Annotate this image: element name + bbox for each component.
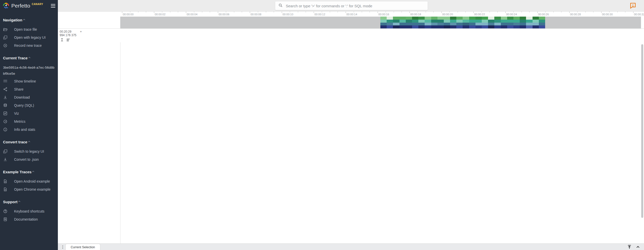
sidebar-item-query-sql[interactable]: Query (SQL) bbox=[0, 101, 58, 109]
sidebar-item-keyboard-shortcuts[interactable]: Keyboard shortcuts bbox=[0, 207, 58, 215]
sidebar-item-info-and-stats[interactable]: Info and stats bbox=[0, 126, 58, 134]
sidebar-section-support[interactable]: Support bbox=[0, 193, 58, 207]
overview-time-label: 00:00:24 bbox=[506, 13, 517, 16]
sidebar-section-convert-trace[interactable]: Convert trace bbox=[0, 134, 58, 147]
overview-minor-tick bbox=[625, 12, 625, 12]
heatmap-row bbox=[380, 25, 545, 28]
overview-time-label: 00:00:10 bbox=[283, 13, 293, 16]
overview-time-label: 00:00:28 bbox=[570, 13, 581, 16]
ruler-offset-nanos: 994 176 375 bbox=[60, 33, 76, 37]
overview-minor-tick bbox=[162, 12, 162, 12]
sidebar-item-record-new-trace[interactable]: Record new trace bbox=[0, 41, 58, 50]
overview-tick bbox=[537, 12, 538, 13]
overview-minor-tick bbox=[330, 12, 330, 12]
sidebar-item-label: Switch to legacy UI bbox=[14, 149, 44, 153]
overview-minor-tick bbox=[585, 12, 586, 12]
app-title: Perfetto bbox=[11, 3, 30, 9]
overview-time-ruler[interactable]: 00:00:0000:00:0200:00:0400:00:0600:00:08… bbox=[58, 12, 644, 17]
overview-minor-tick bbox=[242, 12, 242, 12]
overview-time-label: 00:00:08 bbox=[251, 13, 261, 16]
report-bug-icon[interactable] bbox=[629, 2, 636, 9]
sidebar-item-convert-to-json[interactable]: Convert to .json bbox=[0, 155, 58, 163]
overview-minor-tick bbox=[202, 12, 202, 12]
section-title: Current Trace bbox=[3, 56, 28, 60]
overview-tick bbox=[250, 12, 250, 13]
overview-minimap[interactable] bbox=[120, 17, 641, 28]
overview-tick bbox=[346, 12, 346, 13]
sidebar-item-open-trace-file[interactable]: Open trace file bbox=[0, 25, 58, 33]
sidebar-item-switch-to-legacy-ui[interactable]: Switch to legacy UI bbox=[0, 147, 58, 155]
overview-minor-tick bbox=[481, 12, 482, 12]
ruler-offset-plus: + bbox=[80, 30, 82, 33]
track-sort-icon[interactable] bbox=[66, 38, 70, 43]
sidebar-item-viz[interactable]: Viz bbox=[0, 109, 58, 117]
sidebar-item-label: Convert to .json bbox=[14, 157, 39, 161]
overview-time-label: 00:00:20 bbox=[442, 13, 453, 16]
sidebar-item-label: Download bbox=[14, 95, 30, 99]
ruler-offset-panel: 00:20:29 + 994 176 375 bbox=[58, 29, 120, 43]
overview-minor-tick bbox=[298, 12, 298, 12]
overview-minor-tick bbox=[418, 12, 418, 12]
track-data-canvas[interactable] bbox=[120, 42, 641, 243]
heatmap-row bbox=[380, 20, 545, 23]
overview-heatmap bbox=[380, 17, 545, 28]
database-icon bbox=[3, 103, 11, 108]
record-icon bbox=[3, 43, 11, 48]
sidebar-item-open-android-example[interactable]: Open Android example bbox=[0, 177, 58, 185]
speedometer-icon bbox=[3, 119, 11, 124]
track-shell-divider bbox=[120, 28, 120, 243]
sidebar-item-open-chrome-example[interactable]: Open Chrome example bbox=[0, 185, 58, 193]
sidebar-item-label: Query (SQL) bbox=[14, 103, 34, 107]
chevron-up-icon[interactable] bbox=[635, 244, 640, 250]
overview-minor-tick bbox=[274, 12, 274, 12]
legacy-ui-icon bbox=[3, 149, 11, 154]
overview-tick bbox=[314, 12, 314, 13]
overview-time-label: 00:00:02 bbox=[155, 13, 166, 16]
overview-tick bbox=[410, 12, 410, 13]
overview-minor-tick bbox=[561, 12, 561, 12]
overview-tick bbox=[186, 12, 186, 13]
sidebar-item-label: Open Android example bbox=[14, 179, 50, 183]
overview-minor-tick bbox=[234, 12, 234, 12]
search-box[interactable] bbox=[275, 2, 428, 10]
search-input[interactable] bbox=[285, 4, 425, 8]
sidebar-item-label: Show timeline bbox=[14, 79, 36, 83]
sidebar-item-show-timeline[interactable]: Show timeline bbox=[0, 77, 58, 85]
sidebar-item-download[interactable]: Download bbox=[0, 93, 58, 101]
help-icon bbox=[3, 209, 11, 214]
main-area: 00:00:0000:00:0200:00:0400:00:0600:00:08… bbox=[58, 0, 644, 250]
overview-time-label: 00:00:12 bbox=[314, 13, 325, 16]
sidebar-item-open-with-legacy-ui[interactable]: Open with legacy UI bbox=[0, 33, 58, 41]
sidebar-section-navigation[interactable]: Navigation bbox=[0, 12, 58, 25]
menu-icon[interactable] bbox=[51, 3, 55, 9]
overview-minor-tick bbox=[513, 12, 514, 12]
overview-minor-tick bbox=[465, 12, 466, 12]
overview-time-label: 00:00:18 bbox=[410, 13, 421, 16]
sidebar-item-documentation[interactable]: Documentation bbox=[0, 215, 58, 223]
ruler-offset-time: 00:20:29 bbox=[60, 30, 71, 33]
sidebar-section-example-traces[interactable]: Example Traces bbox=[0, 163, 58, 177]
overview-tick bbox=[378, 12, 378, 13]
overview-minor-tick bbox=[338, 12, 338, 12]
legacy-ui-icon bbox=[3, 35, 11, 40]
overview-minor-tick bbox=[386, 12, 386, 12]
perfetto-app: Perfetto CANARY NavigationOpen trace fil… bbox=[0, 0, 644, 250]
overview-time-label: 00:00:32 bbox=[634, 13, 644, 16]
overview-tick bbox=[154, 12, 154, 13]
overview-tick bbox=[282, 12, 282, 13]
section-title: Support bbox=[3, 200, 18, 204]
sidebar-section-current-trace[interactable]: Current Trace bbox=[0, 50, 58, 63]
section-title: Example Traces bbox=[3, 170, 31, 174]
vertical-scrollbar[interactable] bbox=[641, 44, 643, 218]
scroll-to-top-icon[interactable] bbox=[627, 244, 632, 250]
overview-minor-tick bbox=[497, 12, 498, 12]
detail-time-ruler[interactable]: 00:20:29 + 994 176 375 bbox=[58, 28, 644, 42]
sidebar-item-metrics[interactable]: Metrics bbox=[0, 117, 58, 126]
overview-tick bbox=[122, 12, 122, 13]
section-title: Convert trace bbox=[3, 140, 27, 144]
sidebar-item-share[interactable]: Share bbox=[0, 85, 58, 93]
details-menu-icon[interactable]: ⋮ bbox=[61, 244, 65, 250]
tab-current-selection[interactable]: Current Selection bbox=[65, 244, 100, 250]
overview-minor-tick bbox=[170, 12, 170, 12]
collapse-tracks-icon[interactable] bbox=[60, 38, 64, 43]
